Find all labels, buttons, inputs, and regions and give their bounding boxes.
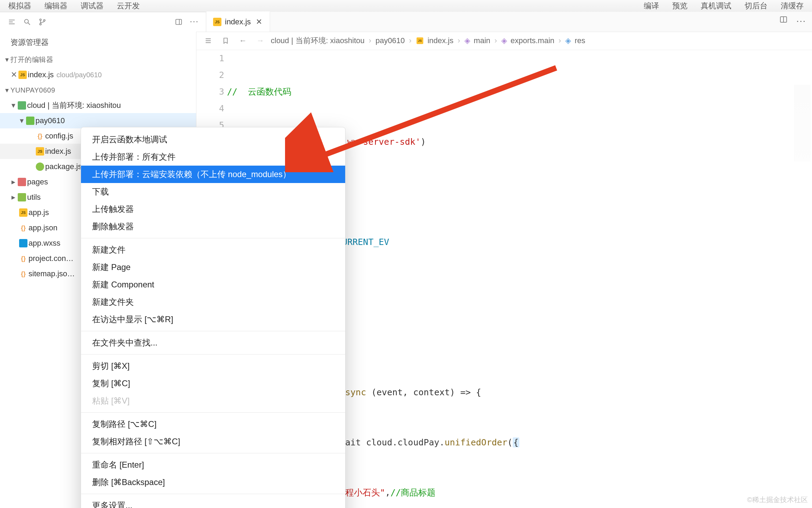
folder-icon xyxy=(18,178,26,186)
toolbar-item[interactable]: 真机调试 xyxy=(701,1,731,11)
context-menu-item[interactable]: 在访达中显示 [⌥⌘R] xyxy=(81,311,345,328)
js-icon xyxy=(416,37,423,44)
chevron-down-icon: ▾ xyxy=(3,86,10,94)
tab-label: index.js xyxy=(225,17,251,26)
context-menu-item[interactable]: 新建 Page xyxy=(81,259,345,276)
close-icon[interactable]: ✕ xyxy=(254,17,262,26)
toolbar-item[interactable]: 调试器 xyxy=(81,1,104,11)
context-menu-item[interactable]: 开启云函数本地调试 xyxy=(81,131,345,148)
tree-folder-pay0610[interactable]: ▾ pay0610 xyxy=(0,113,196,128)
context-menu-item[interactable]: 重命名 [Enter] xyxy=(81,456,345,474)
json-icon: {} xyxy=(19,224,27,232)
json-icon: {} xyxy=(19,270,27,278)
json-icon: {} xyxy=(36,132,44,140)
svg-rect-8 xyxy=(176,19,182,24)
breadcrumb-seg[interactable]: index.js xyxy=(428,36,454,45)
svg-line-4 xyxy=(28,23,30,25)
context-menu-item: 粘贴 [⌘V] xyxy=(81,392,345,410)
context-menu-item[interactable]: 新建 Component xyxy=(81,276,345,293)
layout-toggle-icon[interactable] xyxy=(172,15,186,29)
folder-icon xyxy=(18,193,26,201)
breadcrumb-seg[interactable]: cloud | 当前环境: xiaoshitou xyxy=(271,35,365,46)
context-menu-item[interactable]: 复制 [⌘C] xyxy=(81,375,345,392)
context-menu-item[interactable]: 剪切 [⌘X] xyxy=(81,357,345,375)
js-icon xyxy=(18,71,27,79)
svg-point-3 xyxy=(25,19,29,23)
more-actions-icon[interactable]: ⋯ xyxy=(796,15,806,27)
chevron-down-icon: ▾ xyxy=(10,101,17,110)
folder-icon xyxy=(26,117,34,125)
context-menu-item[interactable]: 删除触发器 xyxy=(81,218,345,235)
context-menu-item[interactable]: 新建文件 xyxy=(81,241,345,259)
chevron-down-icon: ▾ xyxy=(3,55,10,64)
bookmark-icon[interactable] xyxy=(219,37,233,45)
context-menu-item[interactable]: 上传并部署：云端安装依赖（不上传 node_modules） xyxy=(81,166,345,183)
svg-point-7 xyxy=(43,19,45,21)
close-icon[interactable]: ✕ xyxy=(10,70,17,79)
menu-icon[interactable] xyxy=(5,15,19,29)
editor-tabbar: ⋯ index.js ✕ ⋯ xyxy=(0,12,812,32)
more-icon[interactable]: ⋯ xyxy=(187,15,201,29)
section-open-editors[interactable]: ▾ 打开的编辑器 xyxy=(0,52,196,67)
context-menu-item[interactable]: 在文件夹中查找... xyxy=(81,334,345,351)
breadcrumb: ← → cloud | 当前环境: xiaoshitou› pay0610› i… xyxy=(196,32,812,50)
line-number: 3 xyxy=(196,84,224,100)
folder-icon xyxy=(18,101,26,110)
toolbar-item[interactable]: 清缓存 xyxy=(781,1,804,11)
context-menu-item[interactable]: 上传并部署：所有文件 xyxy=(81,148,345,166)
chevron-down-icon: ▾ xyxy=(18,116,25,125)
package-icon xyxy=(36,162,44,171)
toolbar-item[interactable]: 云开发 xyxy=(117,1,140,11)
main-toolbar: 模拟器编辑器调试器云开发 编译预览真机调试切后台清缓存 xyxy=(0,0,812,12)
watermark: ©稀土掘金技术社区 xyxy=(747,495,808,505)
search-icon[interactable] xyxy=(20,15,34,29)
context-menu-item[interactable]: 删除 [⌘Backspace] xyxy=(81,474,345,491)
context-menu-item[interactable]: 更多设置... xyxy=(81,497,345,508)
split-editor-icon[interactable] xyxy=(779,15,788,27)
context-menu: 开启云函数本地调试上传并部署：所有文件上传并部署：云端安装依赖（不上传 node… xyxy=(81,127,346,508)
toolbar-item[interactable]: 切后台 xyxy=(745,1,768,11)
line-number: 1 xyxy=(196,50,224,67)
breadcrumb-seg[interactable]: main xyxy=(474,36,490,45)
list-icon[interactable] xyxy=(201,37,215,45)
cube-icon: ◈ xyxy=(565,36,571,45)
nav-forward-icon[interactable]: → xyxy=(253,36,267,45)
js-icon xyxy=(213,18,221,26)
context-menu-item[interactable]: 上传触发器 xyxy=(81,200,345,218)
breadcrumb-seg[interactable]: exports.main xyxy=(511,36,554,45)
chevron-right-icon: ▸ xyxy=(10,177,17,186)
open-editor-item[interactable]: ✕ index.jscloud/pay0610 xyxy=(0,67,196,82)
context-menu-item[interactable]: 复制路径 [⌥⌘C] xyxy=(81,415,345,433)
cube-icon: ◈ xyxy=(464,36,470,45)
nav-back-icon[interactable]: ← xyxy=(236,36,250,45)
json-icon: {} xyxy=(19,254,27,263)
context-menu-item[interactable]: 新建文件夹 xyxy=(81,293,345,311)
panel-title: 资源管理器 xyxy=(0,32,196,52)
chevron-right-icon: ▸ xyxy=(10,193,17,202)
minimap[interactable] xyxy=(794,85,811,161)
toolbar-item[interactable]: 模拟器 xyxy=(8,1,31,11)
cube-icon: ◈ xyxy=(501,36,507,45)
js-icon xyxy=(19,208,27,217)
breadcrumb-seg[interactable]: res xyxy=(575,36,585,45)
context-menu-item[interactable]: 下载 xyxy=(81,183,345,200)
toolbar-item[interactable]: 编译 xyxy=(644,1,659,11)
svg-point-6 xyxy=(40,23,41,25)
wxss-icon xyxy=(19,239,27,247)
js-icon xyxy=(36,147,44,156)
toolbar-item[interactable]: 预览 xyxy=(672,1,688,11)
tab-indexjs[interactable]: index.js ✕ xyxy=(207,11,270,32)
svg-point-5 xyxy=(40,19,41,21)
branch-icon[interactable] xyxy=(35,15,49,29)
breadcrumb-seg[interactable]: pay0610 xyxy=(375,36,405,45)
toolbar-item[interactable]: 编辑器 xyxy=(44,1,67,11)
line-number: 2 xyxy=(196,67,224,84)
section-project-root[interactable]: ▾ YUNPAY0609 xyxy=(0,82,196,98)
tree-folder-cloud[interactable]: ▾ cloud | 当前环境: xiaoshitou xyxy=(0,98,196,113)
line-number: 4 xyxy=(196,100,224,117)
context-menu-item[interactable]: 复制相对路径 [⇧⌥⌘C] xyxy=(81,433,345,450)
